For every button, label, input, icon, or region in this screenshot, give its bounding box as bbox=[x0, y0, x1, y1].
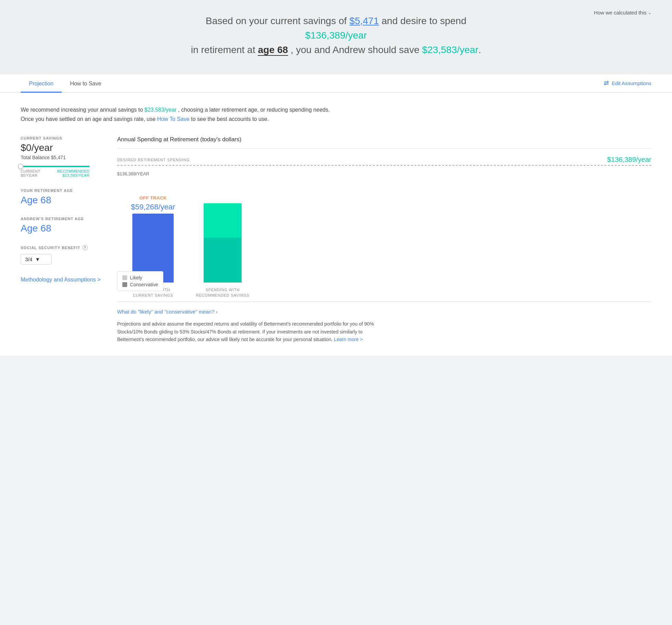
how-calculated-button[interactable]: How we calculated this ⌄ bbox=[594, 10, 651, 16]
dropdown-arrow-icon: ▼ bbox=[35, 256, 40, 262]
chart-title: Annual Spending at Retirement (today's d… bbox=[117, 136, 651, 143]
tab-projection[interactable]: Projection bbox=[21, 74, 62, 93]
legend-likely: Likely bbox=[122, 275, 158, 280]
current-savings-label: CURRENT SAVINGS bbox=[21, 136, 103, 140]
rec-text1: We recommend increasing your annual savi… bbox=[21, 107, 143, 113]
bar-recommended-likely bbox=[204, 203, 242, 238]
social-security-value: 3/4 bbox=[25, 256, 32, 262]
rec-text2: , choosing a later retirement age, or re… bbox=[178, 107, 330, 113]
chart-y-label: $136,389/YEAR bbox=[117, 171, 651, 176]
left-sidebar: CURRENT SAVINGS $0/year Total Balance $5… bbox=[21, 136, 103, 284]
dashed-divider bbox=[117, 165, 651, 166]
projection-note: Projections and advice assume the expect… bbox=[117, 320, 386, 343]
legend-likely-label: Likely bbox=[130, 275, 142, 280]
current-savings-value: $0/year bbox=[21, 142, 103, 153]
rec-text3: Once you have settled on an age and savi… bbox=[21, 116, 155, 122]
conservative-swatch bbox=[122, 282, 127, 287]
social-security-dropdown[interactable]: 3/4 ▼ bbox=[21, 254, 52, 265]
current-savings-section: CURRENT SAVINGS $0/year Total Balance $5… bbox=[21, 136, 103, 177]
slider-current-value: $0/YEAR bbox=[21, 173, 40, 177]
bars-row: Likely Conservative OFF TRACK $59,268/ye… bbox=[117, 179, 651, 298]
andrew-retirement-value: Age 68 bbox=[21, 223, 103, 234]
top-banner: How we calculated this ⌄ Based on your c… bbox=[0, 0, 672, 74]
savings-slider[interactable]: CURRENT $0/YEAR RECOMMENDED $23,583/YEAR bbox=[21, 166, 103, 177]
social-security-label-row: SOCIAL SECURITY BENEFIT ? bbox=[21, 245, 103, 250]
how-to-save-link[interactable]: How To Save bbox=[157, 116, 190, 122]
chart-area: Annual Spending at Retirement (today's d… bbox=[117, 136, 651, 343]
chevron-down-icon: ⌄ bbox=[648, 10, 651, 15]
save-amount: $23,583/year bbox=[422, 44, 478, 55]
edit-assumptions-label: Edit Assumptions bbox=[612, 80, 651, 86]
bar-current-value: $59,268/year bbox=[131, 203, 175, 212]
recommendation-text: We recommend increasing your annual savi… bbox=[21, 105, 383, 124]
slider-labels: CURRENT $0/YEAR RECOMMENDED $23,583/YEAR bbox=[21, 169, 90, 177]
sliders-icon: ⇄ bbox=[604, 79, 609, 87]
main-content: We recommend increasing your annual savi… bbox=[0, 93, 672, 356]
savings-amount-link[interactable]: $5,471 bbox=[349, 16, 379, 26]
methodology-link[interactable]: Methodology and Assumptions > bbox=[21, 276, 103, 284]
bar-off-track-label: OFF TRACK bbox=[139, 195, 167, 201]
andrew-retirement-section: ANDREW'S RETIREMENT AGE Age 68 bbox=[21, 217, 103, 234]
rec-text4: to see the best accounts to use. bbox=[191, 116, 269, 122]
tab-how-to-save[interactable]: How to Save bbox=[62, 74, 110, 93]
slider-recommended-value: $23,583/YEAR bbox=[57, 173, 90, 177]
slider-thumb bbox=[18, 164, 23, 169]
slider-recommended-label: RECOMMENDED bbox=[57, 169, 90, 173]
learn-more-link[interactable]: Learn more > bbox=[334, 337, 363, 342]
how-calculated-label: How we calculated this bbox=[594, 10, 646, 16]
desired-spending-value: $136,389/year bbox=[607, 156, 651, 164]
banner-text-after-age: , you and Andrew should save bbox=[291, 44, 419, 55]
retire-age: age 68 bbox=[258, 44, 288, 56]
legend-conservative-label: Conservative bbox=[130, 282, 158, 287]
slider-fill bbox=[21, 166, 90, 167]
legend-conservative: Conservative bbox=[122, 282, 158, 287]
tabs-bar: Projection How to Save ⇄ Edit Assumption… bbox=[0, 74, 672, 93]
tabs-left: Projection How to Save bbox=[21, 74, 110, 92]
slider-track bbox=[21, 166, 90, 167]
spend-amount-link[interactable]: $136,389/year bbox=[305, 30, 367, 41]
bar-recommended-conservative bbox=[204, 238, 242, 283]
legend-box: Likely Conservative bbox=[117, 271, 163, 291]
retirement-age-section: YOUR RETIREMENT AGE Age 68 bbox=[21, 188, 103, 206]
retirement-age-label: YOUR RETIREMENT AGE bbox=[21, 188, 103, 193]
desired-spending-label: DESIRED RETIREMENT SPENDING bbox=[117, 158, 190, 162]
chart-container: DESIRED RETIREMENT SPENDING $136,389/yea… bbox=[117, 148, 651, 302]
slider-current-label: CURRENT bbox=[21, 169, 40, 173]
banner-text-before: Based on your current savings of bbox=[206, 16, 347, 26]
banner-text-after-savings: and desire to spend bbox=[381, 16, 466, 26]
social-security-section: SOCIAL SECURITY BENEFIT ? 3/4 ▼ bbox=[21, 245, 103, 265]
content-grid: CURRENT SAVINGS $0/year Total Balance $5… bbox=[21, 136, 651, 343]
help-icon[interactable]: ? bbox=[82, 245, 88, 250]
retirement-age-value: Age 68 bbox=[21, 195, 103, 206]
andrew-retirement-label: ANDREW'S RETIREMENT AGE bbox=[21, 217, 103, 221]
edit-assumptions-button[interactable]: ⇄ Edit Assumptions bbox=[604, 79, 651, 92]
what-likely-link[interactable]: What do "likely" and "conservative" mean… bbox=[117, 309, 651, 315]
desired-spending-row: DESIRED RETIREMENT SPENDING $136,389/yea… bbox=[117, 156, 651, 164]
bar-recommended-wrapper bbox=[204, 203, 242, 283]
bar-recommended-label: SPENDING WITHRECOMMENDED SAVINGS bbox=[196, 287, 249, 298]
social-security-label-text: SOCIAL SECURITY BENEFIT bbox=[21, 246, 80, 250]
banner-summary: Based on your current savings of $5,471 … bbox=[181, 14, 491, 57]
total-balance: Total Balance $5,471 bbox=[21, 155, 103, 160]
banner-text-after-spend: in retirement at bbox=[191, 44, 255, 55]
bar-recommended-column: SPENDING WITHRECOMMENDED SAVINGS bbox=[196, 179, 249, 298]
likely-swatch bbox=[122, 275, 127, 280]
rec-amount: $23,583/year bbox=[144, 107, 176, 113]
